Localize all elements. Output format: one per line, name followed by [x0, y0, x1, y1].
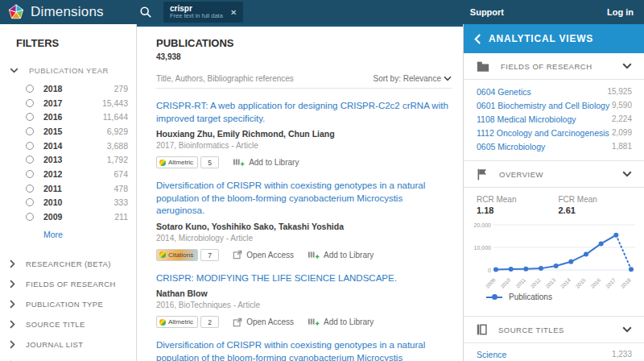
radio-button-icon[interactable] — [26, 198, 34, 206]
fields-of-research-section-header[interactable]: FIELDS OF RESEARCH — [464, 53, 644, 80]
add-to-library-icon — [308, 317, 320, 327]
field-of-research-row: 1108 Medical Microbiology 2,224 — [477, 112, 632, 126]
year-filter-row[interactable]: 2017 15,443 — [10, 96, 128, 110]
add-to-library-button[interactable]: Add to Library — [308, 250, 374, 260]
year-filter-row[interactable]: 2009 211 — [10, 210, 128, 224]
search-term-chip[interactable]: crispr Free text in full data ✕ — [163, 2, 243, 23]
chart-legend[interactable]: Publications — [464, 293, 644, 308]
year-filter-row[interactable]: 2013 1,792 — [10, 152, 128, 167]
filter-section-toggle[interactable]: OPEN ACCESS — [10, 355, 128, 361]
svg-text:2014: 2014 — [559, 276, 572, 288]
publication-authors: Nathan Blow — [156, 288, 452, 298]
overview-label: OVERVIEW — [499, 170, 543, 179]
publication-title-link[interactable]: Diversification of CRISPR within coexist… — [156, 339, 452, 361]
year-count: 333 — [114, 197, 128, 207]
chevron-right-icon — [10, 280, 15, 288]
sort-by-dropdown[interactable]: Sort by: Relevance — [374, 74, 452, 83]
publication-year-list: 2018 279 2017 15,443 2016 11,644 — [10, 81, 128, 224]
radio-button-icon[interactable] — [26, 213, 34, 221]
brand-name: Dimensions — [31, 4, 104, 20]
search-icon[interactable] — [139, 6, 152, 19]
field-of-research-link[interactable]: 0601 Biochemistry and Cell Biology — [477, 101, 609, 110]
field-of-research-link[interactable]: 0605 Microbiology — [477, 142, 545, 151]
year-count: 3,688 — [107, 141, 128, 151]
metric-badge-label: Altmetric — [168, 159, 193, 166]
field-of-research-count: 1,881 — [612, 142, 632, 151]
results-title: PUBLICATIONS — [156, 37, 452, 49]
add-to-library-icon — [233, 157, 245, 168]
page-layout: FILTERS PUBLICATION YEAR 2018 279 2017 1… — [0, 24, 644, 361]
svg-text:2010: 2010 — [499, 276, 511, 288]
publication-title-link[interactable]: Diversification of CRISPR within coexist… — [156, 180, 452, 218]
source-title-link[interactable]: Science — [477, 350, 506, 359]
add-to-library-label: Add to Library — [249, 158, 299, 167]
radio-button-icon[interactable] — [26, 113, 34, 121]
year-filter-row[interactable]: 2012 674 — [10, 167, 128, 181]
field-of-research-link[interactable]: 1112 Oncology and Carcinogenesis — [477, 128, 609, 138]
filter-section-toggle[interactable]: FIELDS OF RESEARCH — [10, 274, 128, 294]
publication-actions: Altmetric 2 Open Access — [156, 316, 452, 328]
publication-year-section-toggle[interactable]: PUBLICATION YEAR — [10, 66, 128, 75]
chevron-down-icon — [622, 326, 632, 333]
radio-button-icon[interactable] — [26, 142, 34, 150]
svg-text:2009: 2009 — [485, 276, 497, 288]
radio-button-icon[interactable] — [26, 99, 34, 107]
year-label: 2012 — [43, 169, 62, 179]
overview-stats: RCR Mean 1.18 FCR Mean 2.61 — [464, 188, 644, 217]
filter-section-toggle[interactable]: PUBLICATION TYPE — [10, 294, 128, 314]
svg-text:0: 0 — [488, 268, 491, 273]
svg-text:2018: 2018 — [620, 276, 632, 288]
more-years-link[interactable]: More — [43, 230, 63, 239]
publication-item: CRISPR-RT: A web application for designi… — [156, 100, 452, 168]
analytical-views-header[interactable]: ANALYTICAL VIEWS — [464, 24, 644, 53]
radio-button-icon[interactable] — [26, 170, 34, 178]
year-label: 2011 — [43, 184, 62, 193]
open-access-icon — [233, 317, 242, 327]
radio-button-icon[interactable] — [26, 185, 34, 193]
overview-section-header[interactable]: OVERVIEW — [464, 161, 644, 188]
year-label: 2015 — [43, 127, 62, 136]
add-to-library-button[interactable]: Add to Library — [308, 317, 374, 327]
journal-icon — [477, 324, 487, 335]
source-titles-section: SOURCE TITLES Science 1,233 bioRxiv 1,11… — [464, 316, 644, 361]
source-title-count: 1,233 — [612, 350, 632, 359]
filter-section-label: RESEARCHER (BETA) — [26, 259, 111, 268]
metric-badge[interactable]: Altmetric 5 — [156, 156, 219, 168]
radio-button-icon[interactable] — [26, 127, 34, 135]
year-label: 2017 — [43, 98, 62, 108]
open-access-link[interactable]: Open Access — [233, 317, 294, 327]
field-of-research-link[interactable]: 0604 Genetics — [477, 87, 531, 97]
filters-title: FILTERS — [16, 37, 128, 49]
filter-section-toggle[interactable]: RESEARCHER (BETA) — [10, 254, 128, 274]
chevron-right-icon — [10, 340, 15, 349]
source-titles-section-header[interactable]: SOURCE TITLES — [464, 317, 644, 343]
radio-button-icon[interactable] — [26, 156, 34, 164]
fields-of-research-list: 0604 Genetics 15,925 0601 Biochemistry a… — [464, 80, 644, 161]
publication-title-link[interactable]: CRISPR-RT: A web application for designi… — [156, 100, 452, 125]
chip-close-icon[interactable]: ✕ — [230, 8, 237, 17]
dimensions-brand[interactable]: Dimensions — [0, 3, 131, 21]
stat-value: 1.18 — [477, 205, 516, 215]
year-filter-row[interactable]: 2011 478 — [10, 181, 128, 196]
publication-title-link[interactable]: CRISPR: MODIFYING THE LIFE SCIENCE LANDS… — [156, 272, 452, 285]
year-filter-row[interactable]: 2015 6,929 — [10, 124, 128, 139]
year-filter-row[interactable]: 2010 333 — [10, 196, 128, 210]
legend-label: Publications — [509, 293, 552, 301]
publications-results: PUBLICATIONS 43,938 Title, Authors, Bibl… — [137, 24, 463, 361]
add-to-library-button[interactable]: Add to Library — [233, 157, 299, 168]
stat-block: FCR Mean 2.61 — [558, 195, 597, 215]
metric-badge-label: Citations — [168, 251, 193, 259]
field-of-research-link[interactable]: 1108 Medical Microbiology — [477, 114, 576, 124]
year-filter-row[interactable]: 2016 11,644 — [10, 110, 128, 124]
filter-section-toggle[interactable]: JOURNAL LIST — [10, 334, 128, 355]
radio-button-icon[interactable] — [26, 85, 34, 93]
filter-section-toggle[interactable]: SOURCE TITLE — [10, 314, 128, 334]
open-access-link[interactable]: Open Access — [233, 250, 294, 259]
year-filter-row[interactable]: 2018 279 — [10, 81, 128, 96]
svg-text:2015: 2015 — [575, 276, 587, 288]
year-filter-row[interactable]: 2014 3,688 — [10, 139, 128, 153]
metric-badge[interactable]: Altmetric 2 — [156, 316, 219, 328]
metric-badge[interactable]: Citations 7 — [156, 249, 219, 261]
support-link[interactable]: Support — [470, 7, 504, 17]
login-link[interactable]: Log in — [607, 7, 634, 17]
